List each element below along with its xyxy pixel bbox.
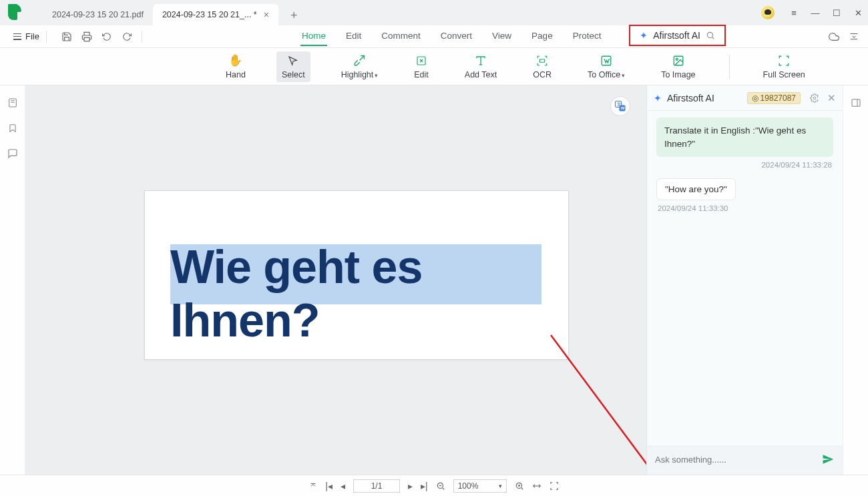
user-message: Translate it in English :"Wie geht es Ih…	[656, 117, 833, 157]
redo-icon[interactable]	[122, 32, 132, 41]
coin-icon: ◎	[752, 93, 758, 103]
next-last-icon[interactable]: ▸|	[421, 481, 428, 491]
minimize-icon[interactable]: —	[811, 8, 820, 17]
add-tab-button[interactable]: +	[285, 6, 303, 25]
menubar-right	[828, 31, 859, 42]
collapse-icon[interactable]	[849, 31, 859, 42]
page-number-input[interactable]: 1/1	[353, 479, 400, 493]
to-office-icon	[600, 54, 612, 67]
tool-to-office[interactable]: To Office▾	[582, 51, 630, 82]
ai-panel-header: ✦ Afirstsoft AI ◎ 19827087 ✕	[647, 85, 843, 111]
window-controls: ≡ — ☐ ✕	[761, 0, 863, 25]
svg-rect-17	[852, 99, 860, 107]
maximize-icon[interactable]: ☐	[832, 8, 841, 17]
svg-text:W: W	[621, 106, 625, 110]
zoom-value: 100%	[458, 481, 479, 491]
menu-icon[interactable]: ≡	[789, 8, 799, 17]
tab-document-1[interactable]: 2024-09-23 15 20 21.pdf	[43, 4, 153, 25]
divider	[142, 31, 142, 43]
zoom-in-icon[interactable]	[515, 481, 524, 491]
document-canvas[interactable]: 文W Wie geht es Ihnen?	[25, 85, 646, 475]
menu-convert[interactable]: Convert	[439, 27, 473, 46]
svg-text:文: 文	[616, 101, 621, 106]
send-icon[interactable]	[821, 453, 835, 465]
tool-label: To Office▾	[588, 70, 625, 79]
tab-label: 2024-09-23 15 20 21.pdf	[52, 10, 144, 19]
svg-line-26	[521, 487, 523, 489]
gear-icon[interactable]	[810, 93, 819, 103]
statusbar: |◂ ◂ 1/1 ▸ ▸| 100%▾	[0, 475, 868, 496]
document-tabs: 2024-09-23 15 20 21.pdf 2024-09-23 15 20…	[43, 0, 302, 25]
user-avatar[interactable]	[761, 6, 775, 19]
menu-home[interactable]: Home	[300, 27, 327, 46]
ai-message: "How are you?"	[656, 178, 736, 200]
tool-label: Hand	[226, 70, 246, 79]
svg-rect-6	[539, 59, 545, 62]
ai-launch-label: Afirstsoft AI	[653, 30, 700, 41]
document-text[interactable]: Wie geht es Ihnen?	[170, 240, 568, 347]
close-panel-icon[interactable]: ✕	[827, 92, 836, 104]
tool-label: To Image	[661, 70, 695, 79]
panel-toggle-icon[interactable]	[851, 97, 861, 108]
file-menu-button[interactable]: File	[9, 29, 43, 44]
menu-page[interactable]: Page	[530, 27, 554, 46]
menu-protect[interactable]: Protect	[572, 27, 603, 46]
close-window-icon[interactable]: ✕	[853, 8, 863, 17]
add-text-icon	[475, 54, 487, 67]
translate-float-button[interactable]: 文W	[610, 96, 630, 116]
tool-highlight[interactable]: Highlight▾	[336, 51, 384, 82]
bookmark-icon[interactable]	[8, 123, 17, 134]
quick-actions	[61, 31, 132, 42]
titlebar: 2024-09-23 15 20 21.pdf 2024-09-23 15 20…	[0, 0, 868, 25]
fit-width-icon[interactable]	[532, 481, 541, 491]
tool-label: Full Screen	[763, 70, 805, 79]
toolbar: ✋ Hand Select Highlight▾ Edit Add Text O…	[0, 48, 868, 85]
menu-view[interactable]: View	[491, 27, 513, 46]
close-icon[interactable]: ×	[264, 9, 269, 20]
divider	[46, 31, 47, 43]
ai-timestamp: 2024/09/24 11:33:30	[658, 204, 832, 212]
svg-line-2	[712, 37, 714, 39]
ai-panel: ✦ Afirstsoft AI ◎ 19827087 ✕ Translate i…	[646, 85, 843, 475]
tool-label: OCR	[533, 70, 552, 79]
comment-icon[interactable]	[7, 148, 18, 159]
save-icon[interactable]	[61, 31, 72, 42]
fit-page-icon[interactable]	[550, 481, 559, 491]
hand-icon: ✋	[228, 54, 242, 67]
next-page-icon[interactable]: ▸	[408, 481, 413, 491]
svg-rect-10	[9, 99, 16, 107]
prev-first-icon[interactable]: |◂	[325, 481, 333, 491]
fullscreen-icon	[778, 54, 790, 67]
tool-ocr[interactable]: OCR	[527, 51, 557, 82]
tool-select[interactable]: Select	[276, 51, 310, 82]
search-icon	[706, 31, 715, 40]
ai-panel-title: Afirstsoft AI	[667, 93, 742, 103]
tool-add-text[interactable]: Add Text	[459, 51, 502, 82]
zoom-out-icon[interactable]	[436, 481, 445, 491]
prev-page-icon[interactable]: ◂	[341, 481, 345, 491]
tool-label: Add Text	[465, 70, 497, 79]
zoom-select[interactable]: 100%▾	[453, 479, 507, 493]
pdf-page: Wie geht es Ihnen?	[144, 190, 569, 360]
credits-badge[interactable]: ◎ 19827087	[747, 92, 801, 104]
tool-to-image[interactable]: To Image	[656, 51, 700, 82]
first-page-icon[interactable]	[309, 482, 317, 490]
ai-launch-button[interactable]: ✦ Afirstsoft AI	[629, 25, 726, 46]
ai-input[interactable]	[655, 455, 821, 465]
menu-comment[interactable]: Comment	[380, 27, 422, 46]
sparkle-icon: ✦	[640, 30, 648, 41]
menu-edit[interactable]: Edit	[345, 27, 363, 46]
undo-icon[interactable]	[101, 32, 112, 41]
tab-document-2[interactable]: 2024-09-23 15 20 21_... * ×	[153, 4, 278, 25]
menu-tabs: Home Edit Comment Convert View Page Prot…	[300, 27, 602, 46]
tool-edit[interactable]: Edit	[409, 51, 434, 82]
app-logo	[8, 4, 23, 21]
ai-input-row	[647, 446, 843, 475]
cloud-icon[interactable]	[828, 31, 840, 42]
svg-point-16	[813, 97, 816, 99]
tool-hand[interactable]: ✋ Hand	[220, 51, 251, 82]
divider	[729, 55, 730, 79]
thumbnails-icon[interactable]	[7, 97, 18, 108]
tool-full-screen[interactable]: Full Screen	[758, 51, 811, 82]
print-icon[interactable]	[81, 31, 92, 42]
